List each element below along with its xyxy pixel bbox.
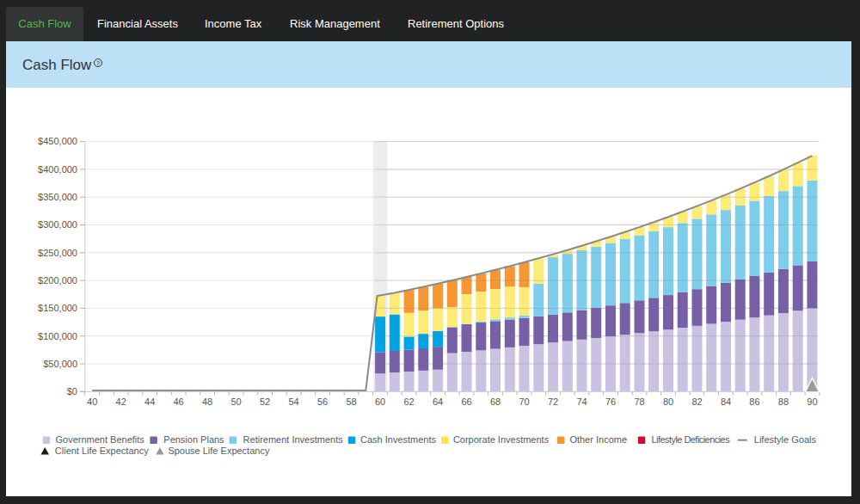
- svg-text:Cash Investments: Cash Investments: [360, 434, 437, 445]
- svg-text:$150,000: $150,000: [38, 303, 77, 313]
- svg-text:Corporate Investments: Corporate Investments: [453, 434, 550, 445]
- svg-text:84: 84: [721, 396, 731, 407]
- svg-text:76: 76: [605, 396, 616, 407]
- svg-text:Spouse Life Expectancy: Spouse Life Expectancy: [168, 446, 270, 456]
- svg-text:$300,000: $300,000: [38, 219, 77, 230]
- svg-text:74: 74: [576, 396, 587, 407]
- svg-text:$100,000: $100,000: [38, 331, 77, 341]
- svg-text:68: 68: [490, 396, 501, 407]
- svg-text:Pension Plans: Pension Plans: [163, 434, 224, 445]
- svg-text:48: 48: [202, 396, 212, 407]
- svg-text:$50,000: $50,000: [43, 359, 77, 369]
- svg-text:Government Benefits: Government Benefits: [56, 434, 145, 445]
- svg-text:88: 88: [778, 396, 789, 407]
- svg-text:80: 80: [663, 396, 673, 407]
- svg-text:$450,000: $450,000: [38, 136, 77, 146]
- svg-text:46: 46: [173, 396, 183, 407]
- svg-text:58: 58: [346, 396, 356, 407]
- svg-text:Lifestyle Deficiencies: Lifestyle Deficiencies: [652, 434, 731, 445]
- svg-text:Lifestyle Goals: Lifestyle Goals: [754, 434, 817, 445]
- svg-text:78: 78: [634, 396, 644, 407]
- svg-text:$400,000: $400,000: [38, 164, 77, 175]
- svg-text:66: 66: [461, 396, 471, 407]
- svg-text:42: 42: [116, 396, 126, 407]
- svg-text:40: 40: [87, 396, 97, 407]
- svg-text:Client Life Expectancy: Client Life Expectancy: [55, 446, 149, 456]
- svg-text:90: 90: [807, 396, 817, 407]
- svg-text:54: 54: [288, 396, 298, 407]
- svg-text:56: 56: [317, 396, 328, 407]
- svg-text:$0: $0: [67, 386, 77, 396]
- svg-text:62: 62: [403, 396, 414, 407]
- svg-text:50: 50: [230, 396, 241, 407]
- svg-text:72: 72: [548, 396, 558, 407]
- svg-text:60: 60: [375, 396, 385, 407]
- svg-text:86: 86: [749, 396, 759, 407]
- svg-text:Retirement Investments: Retirement Investments: [243, 434, 344, 445]
- svg-text:70: 70: [519, 396, 529, 407]
- svg-text:$200,000: $200,000: [38, 275, 77, 286]
- svg-text:44: 44: [144, 396, 155, 407]
- svg-text:64: 64: [433, 396, 443, 407]
- svg-text:52: 52: [260, 396, 270, 407]
- svg-text:$350,000: $350,000: [38, 192, 77, 202]
- svg-text:$250,000: $250,000: [38, 248, 77, 258]
- svg-text:Other Income: Other Income: [569, 434, 627, 445]
- svg-text:82: 82: [691, 396, 702, 407]
